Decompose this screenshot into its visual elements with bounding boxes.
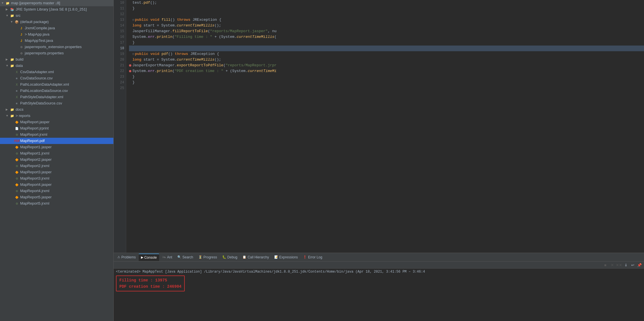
sidebar-item-label: MapReport3.jrxml <box>20 176 49 181</box>
sidebar-item-src[interactable]: 📁src <box>0 13 113 19</box>
sidebar-item-label: CsvDataSource.csv <box>20 75 53 81</box>
file-explorer: 📁map [jasperreports master ↓8]📚JRE Syste… <box>0 0 114 321</box>
sidebar-item-csvdatasource[interactable]: ≡CsvDataSource.csv <box>0 75 113 81</box>
jasper-icon: 🔶 <box>14 194 20 200</box>
sidebar-item-mapapptest[interactable]: JMapAppTest.java <box>0 38 113 44</box>
sidebar-item-label: MapReport4.jasper <box>20 182 52 188</box>
sidebar-item-pathlocationdatasource[interactable]: ≡PathLocationDataSource.csv <box>0 88 113 94</box>
sidebar-item-mapreport3-jasper[interactable]: 🔶MapReport3.jasper <box>0 169 113 175</box>
jasper-icon: 🔶 <box>14 157 20 162</box>
sidebar-item-label: MapReport5.jrxml <box>20 201 49 206</box>
sidebar-item-mapreport-jrxml[interactable]: ⚙MapReport.jrxml <box>0 131 113 138</box>
sidebar-item-pathstyledataadapter[interactable]: XPathStyleDataAdapter.xml <box>0 94 113 100</box>
ant-tab-icon: 🐜 <box>162 255 166 259</box>
sidebar-item-jasperreports-ext-props[interactable]: ⚙jasperreports_extension.properties <box>0 44 113 50</box>
sidebar-item-mapreport4-jrxml[interactable]: ⚙MapReport4.jrxml <box>0 188 113 194</box>
word-wrap-button[interactable]: ↩ <box>630 262 635 268</box>
sidebar-item-label: MapReport4.jrxml <box>20 188 49 194</box>
sidebar-item-csvdataadapter[interactable]: XCsvDataAdapter.xml <box>0 69 113 75</box>
sidebar-item-mapreport1-jrxml[interactable]: ⚙MapReport1.jrxml <box>0 150 113 157</box>
jrxml-icon: ⚙ <box>14 201 20 206</box>
console-toolbar: ■ ✕ ✕✕ ⇓ ↩ 📌 <box>114 262 644 269</box>
terminated-label: <terminated> MapAppTest [Java Applicatio… <box>116 270 642 274</box>
sidebar-item-map-project[interactable]: 📁map [jasperreports master ↓8] <box>0 0 113 6</box>
code-line: System.err.println("Filling time : " + (… <box>129 34 644 40</box>
sidebar-item-jre-library[interactable]: 📚JRE System Library [Java SE 8 [1.8.0_25… <box>0 6 113 13</box>
code-text: } <box>132 40 135 46</box>
code-line: } <box>129 74 644 80</box>
remove-all-terminated-button: ✕✕ <box>616 262 622 268</box>
sidebar-item-pathstyledatasource[interactable]: ≡PathStyleDataSource.csv <box>0 100 113 106</box>
sidebar-item-label: map [jasperreports master ↓8] <box>11 0 60 6</box>
sidebar-item-docs[interactable]: 📁docs <box>0 106 113 113</box>
sidebar-item-label: MapReport3.jasper <box>20 169 52 175</box>
tab-progress[interactable]: ⏳Progress <box>196 254 219 261</box>
line-number: 14 <box>114 23 124 28</box>
sidebar-item-mapreport1-jasper[interactable]: 🔶MapReport1.jasper <box>0 144 113 150</box>
tab-call-hierarchy[interactable]: 📋Call Hierarchy <box>240 254 271 261</box>
sidebar-item-build[interactable]: 📁build <box>0 56 113 63</box>
code-text: } <box>132 80 135 85</box>
sidebar-item-mapreport-jrprint[interactable]: 📄MapReport.jrprint <box>0 125 113 131</box>
sidebar-item-label: MapReport.jasper <box>20 119 49 125</box>
fold-icon[interactable]: ⊟ <box>132 17 134 23</box>
folder-icon: 📁 <box>10 113 16 119</box>
csv-icon: ≡ <box>14 100 20 106</box>
sidebar-item-pathlocationdataadapter[interactable]: XPathLocationDataAdapter.xml <box>0 81 113 88</box>
sidebar-item-mapreport5-jrxml[interactable]: ⚙MapReport5.jrxml <box>0 200 113 207</box>
folder-icon: 📁 <box>10 107 16 112</box>
props-icon: ⚙ <box>19 44 25 50</box>
main-area: 10111213141516171819202122232425 test.pd… <box>114 0 644 321</box>
progress-tab-icon: ⏳ <box>198 255 202 259</box>
console-line-2: PDF creation time : 246904 <box>119 283 181 290</box>
sidebar-item-mapreport2-jasper[interactable]: 🔶MapReport2.jasper <box>0 157 113 163</box>
props-icon: ⚙ <box>19 50 25 56</box>
tab-error-log[interactable]: ❗Error Log <box>301 254 325 261</box>
sidebar-item-mapreport-pdf[interactable]: PDFMapReport.pdf <box>0 138 113 144</box>
search-tab-icon: 🔍 <box>177 255 181 259</box>
sidebar-item-mapreport4-jasper[interactable]: 🔶MapReport4.jasper <box>0 182 113 188</box>
java-icon: J <box>19 25 25 31</box>
jasper-icon: 🔶 <box>14 119 20 125</box>
sidebar-item-reports[interactable]: 📁> reports <box>0 113 113 119</box>
scroll-lock-button[interactable]: ⇓ <box>623 262 629 268</box>
tab-problems[interactable]: ⚠Problems <box>115 254 138 261</box>
code-line: JasperFillManager.fillReportToFile("repo… <box>129 28 644 34</box>
sidebar-item-mapreport2-jrxml[interactable]: ⚙MapReport2.jrxml <box>0 163 113 169</box>
code-editor: 10111213141516171819202122232425 test.pd… <box>114 0 644 253</box>
tab-console[interactable]: ▶Console <box>139 254 159 261</box>
tab-label: Call Hierarchy <box>248 255 269 259</box>
tab-expressions[interactable]: 📝Expressions <box>272 254 300 261</box>
jasper-icon: 🔶 <box>14 182 20 188</box>
sidebar-item-label: data <box>16 63 23 69</box>
jrxml-icon: ⚙ <box>14 188 20 194</box>
tab-label: Debug <box>227 255 237 259</box>
sidebar-item-label: MapReport.jrprint <box>20 125 49 131</box>
sidebar-item-default-package[interactable]: 📦(default package) <box>0 19 113 25</box>
sidebar-item-data[interactable]: 📁data <box>0 63 113 69</box>
console-tab-icon: ▶ <box>141 256 143 259</box>
line-number: 20 <box>114 57 124 63</box>
code-line: ⊟public void fill() throws JRException { <box>129 17 644 23</box>
line-numbers: 10111213141516171819202122232425 <box>114 0 126 253</box>
sidebar-item-jasperreports-props[interactable]: ⚙jasperreports.properties <box>0 50 113 56</box>
tab-debug[interactable]: 🐛Debug <box>220 254 240 261</box>
fold-icon[interactable]: ⊟ <box>132 51 134 57</box>
debug-tab-icon: 🐛 <box>222 255 226 259</box>
code-line: ⊟public void pdf() throws JRException { <box>129 51 644 57</box>
sidebar-item-mapreport3-jrxml[interactable]: ⚙MapReport3.jrxml <box>0 175 113 182</box>
sidebar-item-label: PathLocationDataAdapter.xml <box>20 82 69 87</box>
tab-ant[interactable]: 🐜Ant <box>160 254 174 261</box>
sidebar-item-label: MapReport.pdf <box>20 138 45 144</box>
tab-search[interactable]: 🔍Search <box>175 254 196 261</box>
pdf-icon: PDF <box>14 138 20 144</box>
pin-console-button[interactable]: 📌 <box>637 262 642 268</box>
sidebar-item-mapreport5-jasper[interactable]: 🔶MapReport5.jasper <box>0 194 113 200</box>
line-number: 24 <box>114 80 124 85</box>
code-line: test.pdf(); <box>129 0 644 6</box>
sidebar-item-label: PathLocationDataSource.csv <box>20 88 68 94</box>
sidebar-item-jrxmlcompile[interactable]: JJrxmlCompile.java <box>0 25 113 31</box>
sidebar-item-mapapp[interactable]: J> MapApp.java <box>0 31 113 38</box>
code-line: System.err.println("PDF creation time : … <box>129 68 644 74</box>
sidebar-item-mapreport-jasper[interactable]: 🔶MapReport.jasper <box>0 119 113 125</box>
